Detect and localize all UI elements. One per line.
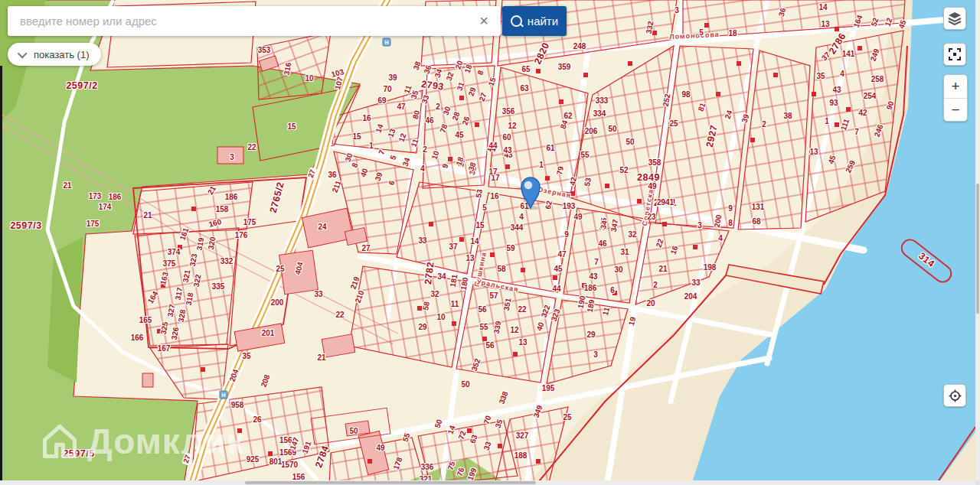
- scrollbar-corner: [975, 480, 980, 485]
- search-bar: × найти: [8, 6, 567, 36]
- horizontal-scrollbar-thumb[interactable]: [245, 481, 536, 484]
- location-marker[interactable]: [513, 170, 550, 210]
- zoom-controls: + −: [943, 74, 968, 122]
- chevron-down-icon: [18, 48, 28, 58]
- center-map-button[interactable]: [943, 43, 966, 66]
- show-results-label: показать (1): [34, 49, 89, 60]
- locate-me-button[interactable]: [943, 384, 966, 407]
- map-edge-strip: [0, 66, 2, 480]
- map-canvas[interactable]: [0, 0, 980, 485]
- geolocation-icon: [949, 389, 962, 402]
- vertical-scrollbar-thumb[interactable]: [976, 184, 979, 314]
- horizontal-scrollbar[interactable]: [0, 480, 975, 485]
- vertical-scrollbar[interactable]: [975, 0, 980, 480]
- layers-icon: [948, 11, 962, 25]
- search-icon: [511, 15, 522, 27]
- layers-button[interactable]: [943, 7, 966, 30]
- show-results-button[interactable]: показать (1): [8, 43, 101, 66]
- zoom-out-button[interactable]: −: [944, 99, 967, 122]
- map-page: 2597/22597/32597/52765/22782279328202786…: [0, 0, 980, 485]
- search-box: ×: [8, 6, 501, 36]
- zoom-in-button[interactable]: +: [944, 75, 967, 98]
- center-frame-icon: [949, 48, 961, 60]
- clear-search-button[interactable]: ×: [472, 6, 496, 36]
- find-button-label: найти: [528, 15, 558, 28]
- search-input[interactable]: [8, 6, 501, 36]
- find-button[interactable]: найти: [502, 6, 567, 36]
